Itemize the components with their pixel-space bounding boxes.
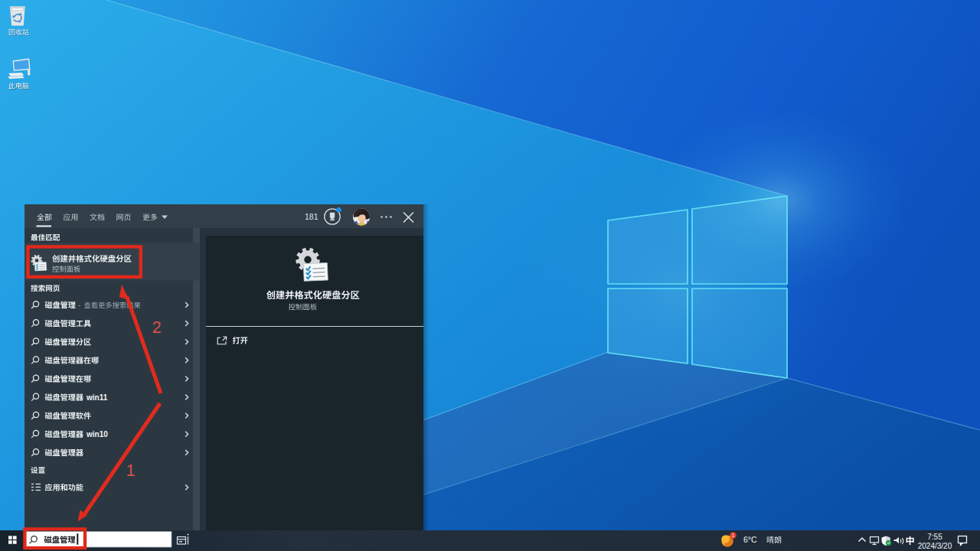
svg-text:181: 181	[305, 212, 318, 221]
svg-text:-: -	[78, 302, 80, 309]
svg-text:1: 1	[732, 533, 735, 538]
svg-text:win11: win11	[86, 393, 108, 402]
svg-text:1: 1	[126, 461, 136, 480]
svg-text:win10: win10	[86, 430, 108, 439]
svg-text:6°C: 6°C	[743, 535, 757, 544]
svg-text:2: 2	[152, 318, 162, 337]
svg-text:2024/3/20: 2024/3/20	[918, 542, 952, 550]
svg-text:7:55: 7:55	[927, 533, 942, 541]
